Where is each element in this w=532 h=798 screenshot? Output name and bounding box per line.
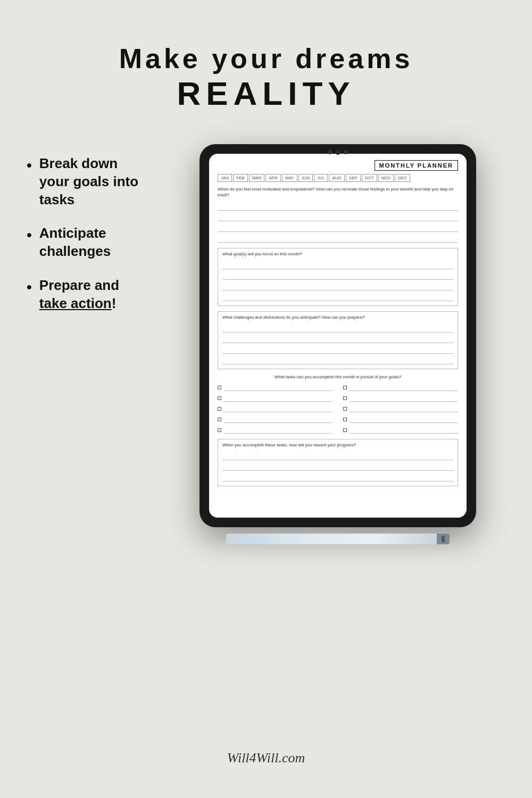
bullet-text-2: Anticipate challenges (39, 225, 149, 261)
camera-dot-right (344, 150, 348, 154)
task-line (350, 426, 458, 434)
challenges-lines (222, 323, 453, 364)
answer-line (218, 212, 458, 221)
goals-line (222, 260, 453, 269)
month-nov[interactable]: NOV (378, 174, 394, 182)
bullet-dot-1: • (27, 156, 32, 175)
task-checkbox[interactable] (343, 428, 347, 432)
month-aug[interactable]: AUG (329, 174, 344, 182)
task-checkbox[interactable] (343, 396, 347, 400)
bullet-text-3: Prepare and take action! (39, 277, 149, 313)
pencil-area (226, 534, 450, 544)
answer-line (218, 222, 458, 232)
task-line (224, 415, 332, 423)
title-line1: Make your dreams (119, 43, 413, 74)
bullet-list: • Break down your goals into tasks • Ant… (16, 144, 149, 544)
reward-box: When you accomplish these tasks, how wil… (218, 439, 458, 486)
bullet-text-1: Break down your goals into tasks (39, 155, 149, 209)
eraser-detail (442, 536, 445, 542)
task-item (218, 384, 332, 391)
task-checkbox[interactable] (218, 418, 221, 421)
task-checkbox[interactable] (343, 407, 347, 411)
task-checkbox[interactable] (218, 428, 221, 432)
footer: Will4Will.com (0, 750, 532, 766)
month-jan[interactable]: JAN (218, 174, 232, 182)
task-line (224, 384, 332, 391)
challenges-box: What challenges and distractions do you … (218, 311, 458, 369)
month-dec[interactable]: DEC (395, 174, 410, 182)
planner-title: MONTHLY PLANNER (375, 160, 458, 171)
month-may[interactable]: MAY (282, 174, 297, 182)
title-section: Make your dreams REALITY (119, 43, 413, 112)
task-checkbox[interactable] (218, 396, 221, 400)
month-jun[interactable]: JUN (298, 174, 313, 182)
reward-line (222, 451, 453, 460)
tasks-question: What tasks can you accomplish this month… (218, 375, 458, 379)
task-line (224, 405, 332, 412)
goals-line (222, 281, 453, 290)
month-feb[interactable]: FEB (233, 174, 248, 182)
month-tabs: JAN FEB MAR APR MAY JUN JUL AUG SEP OCT … (218, 174, 458, 182)
task-checkbox[interactable] (218, 386, 221, 389)
planner-content: MONTHLY PLANNER JAN FEB MAR APR MAY JUN … (209, 154, 467, 518)
month-mar[interactable]: MAR (249, 174, 265, 182)
goals-line (222, 270, 453, 280)
planner-question-1: When do you feel most motivated and empo… (218, 186, 458, 198)
bullet-item-1: • Break down your goals into tasks (27, 155, 149, 209)
task-item (343, 384, 458, 391)
camera-dot-main (335, 149, 340, 155)
task-checkbox[interactable] (343, 418, 347, 421)
task-line (350, 394, 458, 402)
task-item (218, 426, 332, 434)
tablet-camera-bar (328, 149, 348, 155)
bullet-item-3: • Prepare and take action! (27, 277, 149, 313)
tablet-device: MONTHLY PLANNER JAN FEB MAR APR MAY JUN … (200, 144, 476, 527)
reward-question: When you accomplish these tasks, how wil… (222, 443, 453, 447)
reward-lines (222, 451, 453, 481)
month-oct[interactable]: OCT (362, 174, 377, 182)
bullet-item-2: • Anticipate challenges (27, 225, 149, 261)
task-item (343, 415, 458, 423)
answer-line (218, 201, 458, 211)
task-item (218, 415, 332, 423)
task-item (343, 426, 458, 434)
challenges-line (222, 344, 453, 354)
task-item (218, 405, 332, 412)
month-sep[interactable]: SEP (346, 174, 361, 182)
goals-question: What goal(s) will you focus on this mont… (222, 252, 453, 256)
task-checkbox[interactable] (218, 407, 221, 411)
tablet-screen: MONTHLY PLANNER JAN FEB MAR APR MAY JUN … (209, 154, 467, 518)
month-jul[interactable]: JUL (314, 174, 328, 182)
goals-lines (222, 260, 453, 301)
challenges-line (222, 334, 453, 343)
bullet-dot-2: • (27, 226, 32, 245)
main-content: • Break down your goals into tasks • Ant… (0, 144, 532, 544)
underline-text: take action (39, 295, 112, 311)
challenges-line (222, 355, 453, 364)
bullet-dot-3: • (27, 278, 32, 297)
answer-line (218, 233, 458, 243)
task-checkbox[interactable] (343, 386, 347, 389)
task-item (218, 394, 332, 402)
task-item (343, 405, 458, 412)
tasks-section: What tasks can you accomplish this month… (218, 375, 458, 434)
camera-dot-left (328, 150, 332, 154)
reward-line (222, 472, 453, 481)
task-line (224, 426, 332, 434)
month-apr[interactable]: APR (265, 174, 280, 182)
reward-line (222, 461, 453, 471)
pencil-eraser (437, 534, 450, 544)
footer-text: Will4Will.com (0, 750, 532, 766)
task-line (224, 394, 332, 402)
tablet-container: MONTHLY PLANNER JAN FEB MAR APR MAY JUN … (160, 144, 516, 544)
goals-line (222, 292, 453, 301)
task-line (350, 384, 458, 391)
task-item (343, 394, 458, 402)
task-line (350, 415, 458, 423)
goals-box: What goal(s) will you focus on this mont… (218, 248, 458, 306)
planner-header: MONTHLY PLANNER (218, 160, 458, 171)
tasks-grid (218, 384, 458, 434)
task-line (350, 405, 458, 412)
answer-lines-1 (218, 201, 458, 243)
challenges-line (222, 323, 453, 332)
